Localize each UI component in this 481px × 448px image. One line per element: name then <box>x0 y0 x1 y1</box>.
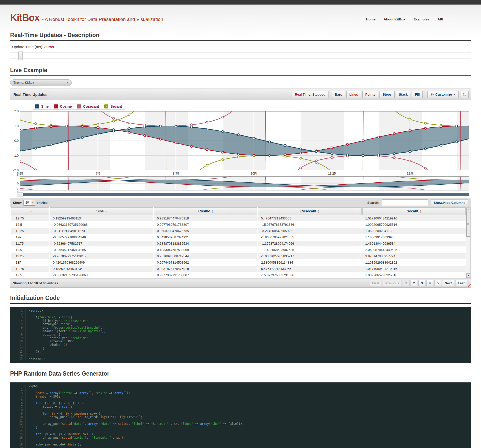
legend-label: Sine <box>41 104 49 108</box>
data-table-wrap: ▴▾Sine▴▾Cosine▴▾Cosecant▴▾Secant▴▾ 12.75… <box>10 207 471 278</box>
table-cell: 13PI <box>11 260 49 265</box>
table-cell: 0.9977982791785807 <box>154 272 258 278</box>
code-line: 14 <box>10 429 471 433</box>
legend-item-cosecant[interactable]: ✓Cosecant <box>75 103 102 110</box>
table-cell: 0.182599134631134 <box>50 266 153 272</box>
entries-select-value: 10 <box>26 201 29 204</box>
nav-link-api[interactable]: API <box>437 17 443 21</box>
table-cell: 12.5 <box>11 222 49 228</box>
table-cell: 0.9503708470676735 <box>154 228 258 234</box>
table-cell: 0.8438539587324921 <box>154 234 258 240</box>
legend-item-cosine[interactable]: ✓Cosine <box>52 103 75 110</box>
column-header-Sine[interactable]: Sine▴▾ <box>50 207 153 215</box>
y-tick-label: -2.0 <box>13 169 19 172</box>
chart-svg <box>20 111 469 170</box>
toolbar-button-points[interactable]: Points <box>362 91 378 98</box>
toolbar-button-stack[interactable]: Stack <box>396 91 411 98</box>
table-cell: 1.05222082841183 <box>362 228 466 234</box>
toolbar-button-lines[interactable]: Lines <box>346 91 361 98</box>
gear-icon <box>431 93 434 96</box>
checkbox-icon[interactable]: ✓ <box>35 104 39 108</box>
scroll-down-icon[interactable]: ▼ <box>466 273 470 278</box>
slider-handle[interactable] <box>18 51 23 60</box>
search-label: Search: <box>367 201 379 205</box>
toolbar-button-bars[interactable]: Bars <box>332 91 345 98</box>
checkbox-icon[interactable]: ✓ <box>77 104 81 108</box>
page-button-next[interactable]: Next <box>442 280 454 286</box>
table-scrollbar-thumb[interactable] <box>466 212 470 237</box>
customize-button[interactable]: Customize ▼ <box>427 91 459 98</box>
section-heading-live-example: Live Example <box>10 67 471 76</box>
table-cell: -1.3723728094174066 <box>258 241 362 246</box>
resize-handle[interactable] <box>467 284 471 287</box>
column-header-x[interactable]: ▴▾ <box>11 207 49 215</box>
toolbar-button-fill[interactable]: Fill <box>412 91 423 98</box>
code-line: 5 <box>10 398 471 402</box>
code-line: 8 options: { <box>10 333 471 337</box>
code-line: 9 for( $y = 0; $y < $number; $y++ ) <box>10 412 471 416</box>
chart-scrollbar[interactable] <box>20 193 469 196</box>
table-controls: Show 10 ▼ entries Search: Show/Hide Colu… <box>10 198 471 207</box>
table-cell: 0.9831874470475918 <box>154 266 258 272</box>
chart-scrollbar-handle[interactable] <box>17 192 23 197</box>
legend-item-sine[interactable]: ✓Sine <box>33 103 52 110</box>
nav-link-about-kitbox[interactable]: About KitBox <box>384 17 405 21</box>
table-cell: 0.9977982791785807 <box>154 222 258 228</box>
table-cell: 12.75 <box>11 215 49 221</box>
checkbox-icon[interactable]: ✓ <box>104 104 108 108</box>
code-line: 15 for( $x = 0; $x < $number; $x++ ) <box>10 433 471 436</box>
table-cell: -15.077976353791636 <box>258 222 362 228</box>
expand-icon <box>463 92 467 96</box>
x-tick-label: 7.5 <box>96 172 100 175</box>
table-cell: 0.9831874470475918 <box>154 215 258 221</box>
page-button-5[interactable]: 5 <box>434 280 441 286</box>
toolbar-button-steps[interactable]: Steps <box>379 91 394 98</box>
nav-link-home[interactable]: Home <box>366 17 376 21</box>
page-button-2[interactable]: 2 <box>411 280 417 286</box>
fullscreen-button[interactable] <box>461 91 469 98</box>
table-cell: -1.8636795977824385 <box>258 234 362 240</box>
page-button-previous[interactable]: Previous <box>383 280 402 286</box>
show-hide-columns-button[interactable]: Show/Hide Columns <box>431 199 468 206</box>
y-tick-label: 2.0 <box>14 109 19 113</box>
nav-link-examples[interactable]: Examples <box>413 17 429 21</box>
code-line: 11 <box>10 419 471 423</box>
column-header-Secant[interactable]: Secant▴▾ <box>362 207 466 215</box>
main-nav: HomeAbout KitBoxExamplesAPI <box>366 17 443 23</box>
y-tick-label: 1.0 <box>14 124 19 128</box>
theme-select-value: Theme: KitBox <box>13 81 34 85</box>
section-heading-init-code: Initialization Code <box>10 295 471 304</box>
legend-label: Secant <box>110 104 122 108</box>
update-time-slider[interactable] <box>10 52 471 59</box>
pagination: FirstPrevious12345NextLast <box>370 280 467 286</box>
x-tick-label: 10PI <box>251 172 257 175</box>
code-line: 15</script> <box>10 357 471 360</box>
column-header-Cosecant[interactable]: Cosecant▴▾ <box>258 207 362 215</box>
table-cell: 1.0171000484219916 <box>362 266 466 272</box>
table-cell: 0.4833047587530059 <box>154 247 258 253</box>
init-code-block: 1<script>2 3 $("#kitbox").kitbox({4 kitb… <box>10 307 471 363</box>
table-cell: -1.0332627985835217 <box>258 253 362 259</box>
legend-label: Cosecant <box>83 104 99 108</box>
section-heading-description: Real-Time Updates - Description <box>10 32 471 41</box>
page-button-1[interactable]: 1 <box>403 280 410 286</box>
search-input[interactable] <box>382 199 428 206</box>
scroll-up-icon[interactable]: ▲ <box>466 208 470 212</box>
page-button-4[interactable]: 4 <box>426 280 433 286</box>
page-button-last[interactable]: Last <box>455 280 467 286</box>
table-cell: 2.3800058366134884 <box>258 260 362 265</box>
toolbar-button-real-time-stopped[interactable]: Real Time: Stopped <box>292 91 328 98</box>
entries-select[interactable]: 10 ▼ <box>23 200 35 206</box>
code-line: 5 dataType: "json", <box>10 323 471 326</box>
table-scrollbar[interactable]: ▲ ▼ <box>466 207 471 278</box>
page-button-first[interactable]: First <box>370 280 382 286</box>
code-line: 13 } <box>10 426 471 429</box>
column-header-Cosine[interactable]: Cosine▴▾ <box>154 207 258 215</box>
page-button-3[interactable]: 3 <box>418 280 425 286</box>
legend-item-secant[interactable]: ✓Secant <box>102 103 125 110</box>
chevron-down-icon: ▼ <box>31 200 35 205</box>
chevron-down-icon: ▼ <box>66 82 68 84</box>
theme-select[interactable]: Theme: KitBox ▼ <box>10 79 72 86</box>
checkbox-icon[interactable]: ✓ <box>54 104 58 108</box>
table-cell: 0.2516896500717544 <box>154 253 258 259</box>
